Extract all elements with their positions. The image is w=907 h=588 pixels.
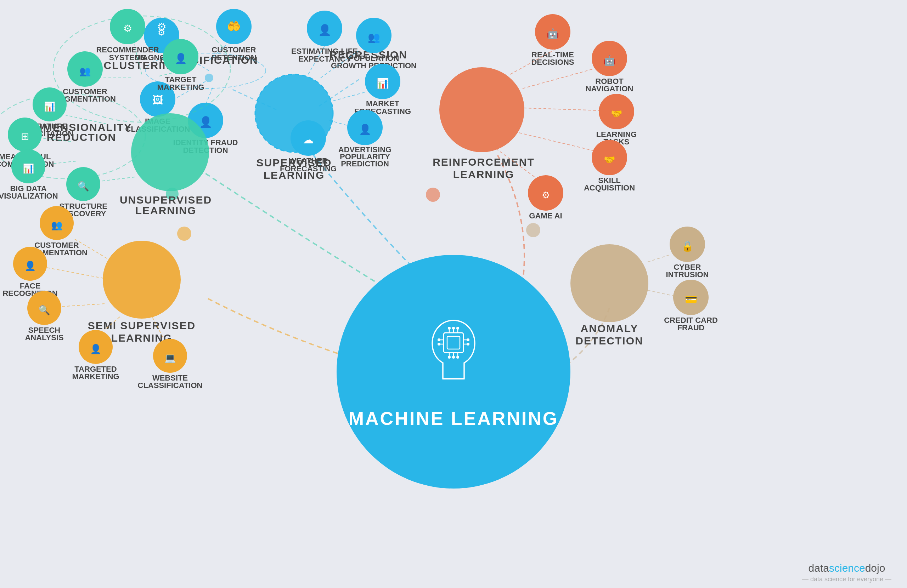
svg-text:PREDICTION: PREDICTION — [341, 159, 389, 168]
svg-point-49 — [452, 356, 455, 359]
svg-text:⚙: ⚙ — [123, 23, 132, 34]
svg-text:💳: 💳 — [685, 294, 697, 305]
svg-point-44 — [456, 327, 459, 329]
svg-text:👤: 👤 — [24, 260, 36, 272]
svg-text:CLASSIFICATION: CLASSIFICATION — [138, 381, 203, 390]
svg-text:SEMI SUPERVISED: SEMI SUPERVISED — [88, 320, 196, 331]
svg-text:FORECASTING: FORECASTING — [280, 164, 337, 173]
svg-text:ANALYSIS: ANALYSIS — [25, 333, 63, 342]
svg-text:DETECTION: DETECTION — [575, 335, 643, 347]
svg-point-214 — [526, 223, 540, 237]
svg-text:👥: 👥 — [368, 32, 380, 43]
svg-text:ACQUISITION: ACQUISITION — [584, 184, 635, 192]
svg-text:UNSUPERVISED: UNSUPERVISED — [120, 194, 212, 206]
svg-text:👤: 👤 — [199, 116, 213, 128]
svg-text:👤: 👤 — [318, 24, 332, 37]
svg-point-50 — [456, 356, 459, 359]
logo-name: datasciencedojo — [809, 562, 885, 574]
svg-point-48 — [448, 356, 451, 359]
svg-text:💻: 💻 — [164, 352, 176, 364]
svg-point-184 — [103, 241, 181, 319]
svg-point-57 — [466, 339, 470, 341]
svg-text:NAVIGATION: NAVIGATION — [586, 84, 633, 93]
svg-text:🤖: 🤖 — [603, 54, 616, 66]
svg-text:👤: 👤 — [359, 123, 371, 135]
svg-text:🤝: 🤝 — [611, 108, 622, 119]
svg-text:📊: 📊 — [377, 78, 389, 89]
svg-text:🤝: 🤝 — [604, 154, 615, 165]
svg-point-185 — [177, 227, 191, 241]
svg-text:REINFORCEMENT: REINFORCEMENT — [433, 156, 535, 168]
svg-text:⚙: ⚙ — [542, 190, 550, 200]
svg-text:🤖: 🤖 — [547, 28, 559, 40]
svg-text:RETENTION: RETENTION — [211, 53, 256, 62]
svg-point-43 — [452, 327, 455, 329]
svg-text:VISUALIZATION: VISUALIZATION — [0, 192, 58, 200]
svg-text:MARKETING: MARKETING — [72, 372, 119, 381]
svg-text:🔍: 🔍 — [38, 304, 50, 316]
svg-text:📊: 📊 — [23, 163, 34, 174]
svg-text:MARKETING: MARKETING — [157, 83, 204, 92]
svg-text:INTRUSION: INTRUSION — [666, 270, 709, 279]
svg-text:🖼: 🖼 — [152, 94, 163, 106]
main-circle-label: MACHINE LEARNING — [349, 408, 559, 429]
svg-point-35 — [337, 255, 570, 489]
svg-text:☁: ☁ — [303, 134, 314, 145]
svg-text:LEARNING: LEARNING — [453, 168, 514, 180]
svg-text:👤: 👤 — [90, 344, 102, 355]
svg-text:📊: 📊 — [44, 101, 56, 112]
svg-point-53 — [437, 339, 441, 341]
svg-text:🔒: 🔒 — [681, 240, 694, 252]
svg-text:ANOMALY: ANOMALY — [581, 323, 638, 334]
svg-point-213 — [570, 244, 648, 322]
svg-point-54 — [437, 343, 441, 345]
svg-text:🔍: 🔍 — [78, 181, 89, 192]
svg-text:👥: 👥 — [51, 219, 63, 231]
svg-text:👤: 👤 — [175, 53, 187, 64]
svg-point-42 — [448, 327, 451, 329]
svg-text:👥: 👥 — [79, 66, 91, 77]
svg-text:GAME AI: GAME AI — [529, 211, 562, 220]
svg-point-112 — [131, 113, 209, 191]
svg-point-58 — [466, 343, 470, 345]
main-svg: .node-text { font-family: Arial, sans-se… — [0, 0, 907, 588]
svg-text:LEARNING: LEARNING — [135, 205, 197, 216]
svg-point-157 — [426, 188, 440, 202]
svg-text:🤲: 🤲 — [227, 19, 241, 33]
svg-text:SYSTEMS: SYSTEMS — [109, 53, 146, 62]
svg-text:⚙: ⚙ — [158, 28, 165, 37]
logo-tagline: — data science for everyone — — [802, 575, 891, 583]
svg-text:FRAUD: FRAUD — [678, 323, 705, 332]
svg-point-62 — [205, 74, 213, 82]
svg-point-156 — [439, 67, 524, 152]
svg-text:⊞: ⊞ — [21, 131, 29, 142]
